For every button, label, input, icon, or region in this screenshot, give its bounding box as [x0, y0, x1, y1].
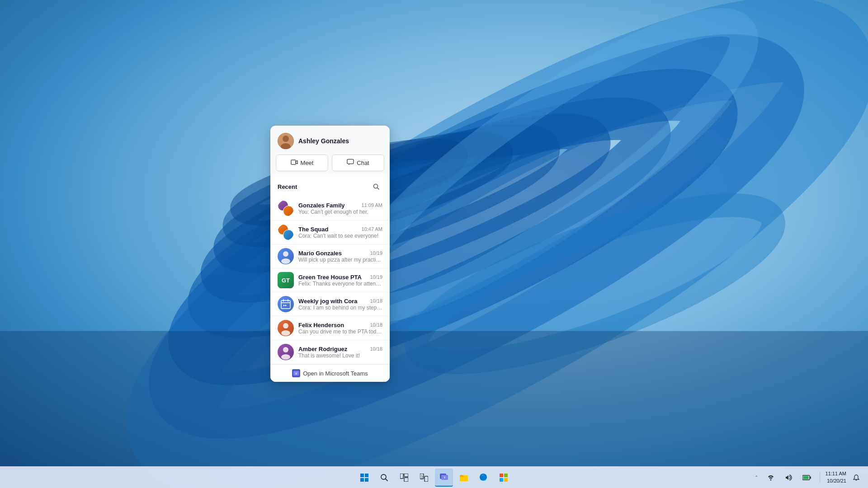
battery-icon[interactable]: [800, 470, 814, 485]
chat-time: 10/18: [370, 322, 382, 328]
notification-expand-button[interactable]: ⌃: [753, 473, 760, 482]
meet-icon: [291, 159, 298, 167]
chat-item-the-squad[interactable]: The Squad 10:47 AM Cora: Can't wait to s…: [270, 221, 390, 244]
volume-icon[interactable]: [782, 470, 796, 485]
network-icon[interactable]: [764, 470, 778, 485]
chat-panel: Ashley Gonzales Meet: [270, 126, 390, 382]
svg-rect-55: [504, 474, 508, 477]
taskbar-time: 11:11 AM: [826, 470, 846, 477]
recent-header: Recent: [278, 180, 382, 193]
edge-button[interactable]: [475, 469, 493, 487]
chat-content-amber: Amber Rodriguez 10/18 That is awesome! L…: [298, 346, 382, 359]
svg-point-20: [281, 258, 290, 264]
chat-avatar-felix: [278, 320, 294, 336]
notification-button[interactable]: [850, 471, 863, 484]
svg-rect-37: [365, 478, 368, 482]
chat-icon: [347, 159, 354, 167]
task-view-button[interactable]: [395, 469, 413, 487]
chat-panel-header: Ashley Gonzales: [270, 126, 390, 155]
svg-point-58: [770, 479, 771, 480]
chat-time: 10:47 AM: [362, 226, 382, 232]
chat-avatar-gt: GT: [278, 272, 294, 288]
svg-rect-42: [404, 478, 408, 482]
chat-item-mario-gonzales[interactable]: Mario Gonzales 10/19 Will pick up pizza …: [270, 244, 390, 268]
svg-rect-36: [360, 478, 364, 482]
svg-rect-40: [400, 474, 403, 479]
taskbar-clock[interactable]: 11:11 AM 10/20/21: [826, 470, 846, 484]
svg-rect-41: [404, 474, 408, 477]
chat-taskbar-button[interactable]: T: [435, 469, 453, 487]
recent-label: Recent: [278, 183, 297, 190]
meet-button[interactable]: Meet: [276, 155, 328, 171]
windows-start-button[interactable]: [355, 469, 373, 487]
chat-avatar-the-squad: [278, 224, 294, 240]
chat-item-amber[interactable]: Amber Rodriguez 10/18 That is awesome! L…: [270, 340, 390, 364]
chat-name: The Squad: [298, 226, 328, 233]
svg-point-25: [283, 305, 285, 306]
taskbar-date: 10/20/21: [827, 478, 846, 484]
svg-rect-53: [460, 475, 463, 476]
search-button[interactable]: [370, 180, 382, 193]
taskbar-right: ⌃: [753, 470, 863, 485]
svg-point-27: [283, 323, 288, 328]
chat-button[interactable]: Chat: [332, 155, 384, 171]
svg-rect-54: [500, 474, 503, 477]
svg-point-26: [285, 305, 287, 306]
svg-text:T: T: [295, 372, 297, 375]
store-button[interactable]: [495, 469, 513, 487]
svg-rect-11: [0, 331, 868, 488]
chat-content-the-squad: The Squad 10:47 AM Cora: Can't wait to s…: [298, 226, 382, 239]
svg-rect-34: [360, 474, 364, 477]
chat-name: Mario Gonzales: [298, 250, 342, 257]
chat-preview: Cora: Can't wait to see everyone!: [298, 233, 382, 239]
chat-item-felix[interactable]: Felix Henderson 10/18 Can you drive me t…: [270, 316, 390, 340]
search-button[interactable]: [375, 469, 393, 487]
svg-text:T: T: [443, 476, 446, 479]
open-teams-bar[interactable]: T Open in Microsoft Teams: [270, 364, 390, 382]
svg-rect-57: [504, 478, 508, 482]
svg-rect-61: [810, 476, 811, 479]
chat-avatar-gonzales-family: [278, 200, 294, 216]
chat-preview: Felix: Thanks everyone for attending tod…: [298, 281, 382, 287]
chat-content-gt: Green Tree House PTA 10/19 Felix: Thanks…: [298, 274, 382, 287]
taskbar: T: [0, 466, 868, 488]
svg-point-28: [281, 330, 290, 336]
svg-point-19: [283, 251, 288, 257]
svg-point-13: [283, 136, 289, 142]
svg-rect-16: [347, 160, 354, 164]
chat-content-mario: Mario Gonzales 10/19 Will pick up pizza …: [298, 250, 382, 263]
chat-preview: Will pick up pizza after my practice.: [298, 257, 382, 263]
chat-item-weekly-jog[interactable]: Weekly jog with Cora 10/18 Cora: I am so…: [270, 292, 390, 316]
chat-item-green-tree[interactable]: GT Green Tree House PTA 10/19 Felix: Tha…: [270, 268, 390, 292]
chat-avatar-weekly: [278, 296, 294, 312]
chat-preview: You: Can't get enough of her.: [298, 209, 382, 215]
chat-item-gonzales-family[interactable]: Gonzales Family 11:09 AM You: Can't get …: [270, 197, 390, 221]
taskbar-divider: [820, 472, 820, 483]
file-explorer-button[interactable]: [455, 469, 473, 487]
chat-content-gonzales-family: Gonzales Family 11:09 AM You: Can't get …: [298, 202, 382, 215]
chat-preview: Cora: I am so behind on my step goals.: [298, 305, 382, 311]
svg-rect-35: [365, 474, 368, 477]
taskbar-center: T: [355, 469, 513, 487]
chat-name: Amber Rodriguez: [298, 346, 347, 352]
chat-time: 11:09 AM: [362, 202, 382, 208]
svg-rect-56: [500, 478, 503, 482]
open-teams-label: Open in Microsoft Teams: [303, 370, 368, 377]
chat-name: Felix Henderson: [298, 322, 344, 328]
recent-section: Recent: [270, 177, 390, 197]
chat-time: 10/19: [370, 274, 382, 280]
svg-line-18: [377, 188, 379, 190]
svg-rect-44: [425, 476, 428, 482]
chat-name: Green Tree House PTA: [298, 274, 362, 281]
chat-time: 10/18: [370, 298, 382, 304]
chat-preview: That is awesome! Love it!: [298, 352, 382, 359]
teams-icon: T: [292, 369, 300, 377]
chat-name: Gonzales Family: [298, 202, 345, 209]
svg-rect-60: [803, 476, 808, 479]
svg-rect-21: [281, 300, 290, 309]
chat-avatar-mario: [278, 248, 294, 264]
chat-panel-username: Ashley Gonzales: [298, 137, 349, 145]
svg-point-30: [281, 354, 290, 360]
chat-time: 10/19: [370, 250, 382, 256]
widgets-button[interactable]: [415, 469, 433, 487]
